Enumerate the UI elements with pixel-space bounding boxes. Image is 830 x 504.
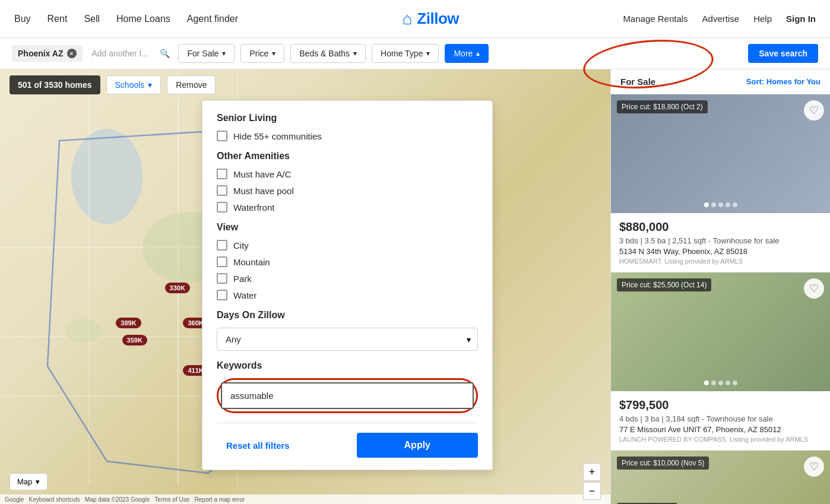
senior-living-section: Senior Living Hide 55+ communities bbox=[217, 113, 478, 141]
waterfront-checkbox[interactable] bbox=[217, 202, 227, 213]
days-on-zillow-title: Days On Zillow bbox=[217, 310, 478, 321]
listing-price: $799,500 bbox=[619, 398, 822, 412]
chevron-down-icon: ▾ bbox=[222, 49, 226, 58]
park-view-row[interactable]: Park bbox=[217, 273, 478, 284]
other-amenities-section: Other Amenities Must have A/C Must have … bbox=[217, 151, 478, 213]
nav-home-loans[interactable]: Home Loans bbox=[116, 14, 170, 24]
chevron-down-icon: ▾ bbox=[353, 49, 357, 58]
days-select[interactable]: Any 1 day 7 days 14 days 30 days 90 days… bbox=[217, 328, 478, 351]
waterfront-row[interactable]: Waterfront bbox=[217, 202, 478, 213]
logo-text: Zillow bbox=[417, 9, 459, 28]
logo[interactable]: ⌂ Zillow bbox=[402, 9, 459, 28]
apply-button[interactable]: Apply bbox=[357, 433, 478, 458]
water-view-label: Water bbox=[233, 290, 256, 300]
city-view-checkbox[interactable] bbox=[217, 240, 227, 251]
logo-icon: ⌂ bbox=[402, 9, 412, 28]
homes-count-badge: 501 of 3530 homes bbox=[9, 75, 100, 94]
must-have-pool-row[interactable]: Must have pool bbox=[217, 185, 478, 196]
save-listing-button[interactable]: ♡ bbox=[804, 278, 824, 299]
svg-point-0 bbox=[71, 129, 142, 224]
hide-55-checkbox[interactable] bbox=[217, 131, 227, 141]
listings-panel: For Sale Sort: Homes for You Price cut: … bbox=[610, 69, 830, 504]
water-view-checkbox[interactable] bbox=[217, 290, 227, 300]
dot bbox=[704, 202, 709, 207]
save-listing-button[interactable]: ♡ bbox=[804, 100, 824, 121]
nav-sell[interactable]: Sell bbox=[84, 14, 100, 24]
svg-point-8 bbox=[65, 319, 101, 343]
map-overlay-bar: 501 of 3530 homes Schools ▾ Remove bbox=[0, 69, 610, 100]
city-view-label: City bbox=[233, 240, 249, 251]
listing-source: LAUNCH POWERED BY COMPASS. Listing provi… bbox=[619, 436, 822, 443]
chevron-down-icon: ▾ bbox=[426, 49, 430, 58]
add-location-input[interactable]: Add another l... bbox=[88, 45, 152, 62]
zoom-out-button[interactable]: − bbox=[583, 482, 601, 500]
listings-header: For Sale Sort: Homes for You bbox=[611, 69, 830, 94]
keywords-section: Keywords bbox=[217, 360, 478, 413]
water-view-row[interactable]: Water bbox=[217, 290, 478, 300]
more-filter-dropdown: Senior Living Hide 55+ communities Other… bbox=[202, 100, 493, 470]
listing-price: $880,000 bbox=[619, 220, 822, 234]
search-icon[interactable]: 🔍 bbox=[157, 46, 172, 61]
must-have-pool-checkbox[interactable] bbox=[217, 185, 227, 196]
map-type-label: Map bbox=[17, 477, 32, 486]
keywords-highlight bbox=[217, 378, 478, 413]
park-view-checkbox[interactable] bbox=[217, 273, 227, 284]
beds-baths-filter[interactable]: Beds & Baths ▾ bbox=[290, 44, 366, 63]
sort-button[interactable]: Sort: Homes for You bbox=[746, 77, 821, 86]
listing-image: Price cut: $18,800 (Oct 2) ♡ bbox=[611, 94, 830, 213]
listing-address: 77 E Missouri Ave UNIT 67, Phoenix, AZ 8… bbox=[619, 425, 822, 434]
map-type-button[interactable]: Map ▾ bbox=[9, 473, 47, 490]
other-amenities-title: Other Amenities bbox=[217, 151, 478, 161]
days-on-zillow-section: Days On Zillow Any 1 day 7 days 14 days … bbox=[217, 310, 478, 351]
nav-rent[interactable]: Rent bbox=[47, 14, 68, 24]
listing-address: 5134 N 34th Way, Phoenix, AZ 85018 bbox=[619, 247, 822, 256]
must-have-pool-label: Must have pool bbox=[233, 186, 294, 196]
search-bar: Phoenix AZ × Add another l... 🔍 For Sale… bbox=[0, 38, 830, 69]
reset-filters-button[interactable]: Reset all filters bbox=[217, 435, 299, 457]
must-have-ac-row[interactable]: Must have A/C bbox=[217, 169, 478, 179]
dot bbox=[726, 381, 730, 385]
dot bbox=[711, 381, 716, 385]
must-have-ac-checkbox[interactable] bbox=[217, 169, 227, 179]
for-sale-filter[interactable]: For Sale ▾ bbox=[178, 44, 235, 63]
nav-sign-in[interactable]: Sign In bbox=[786, 14, 816, 24]
waterfront-label: Waterfront bbox=[233, 202, 274, 213]
listing-details: 3 bds | 3.5 ba | 2,511 sqft - Townhouse … bbox=[619, 236, 822, 245]
price-cut-badge: Price cut: $10,000 (Nov 5) bbox=[617, 457, 709, 470]
keywords-input[interactable] bbox=[221, 382, 474, 409]
schools-button[interactable]: Schools ▾ bbox=[106, 75, 161, 94]
remove-location-button[interactable]: × bbox=[67, 49, 77, 58]
remove-button[interactable]: Remove bbox=[167, 75, 216, 94]
nav-help[interactable]: Help bbox=[753, 14, 772, 24]
listing-card: Price cut: $25,500 (Oct 14) ♡ $799,500 4… bbox=[611, 272, 830, 451]
price-cut-badge: Price cut: $18,800 (Oct 2) bbox=[617, 100, 708, 113]
map-container[interactable]: 501 of 3530 homes Schools ▾ Remove 840K … bbox=[0, 69, 610, 504]
zoom-controls: + − bbox=[583, 463, 601, 500]
more-filter-button[interactable]: More ▴ bbox=[445, 44, 489, 63]
keywords-title: Keywords bbox=[217, 360, 478, 371]
city-view-row[interactable]: City bbox=[217, 240, 478, 251]
mountain-view-row[interactable]: Mountain bbox=[217, 256, 478, 267]
listings-title: For Sale bbox=[620, 77, 655, 87]
price-filter[interactable]: Price ▾ bbox=[240, 44, 284, 63]
nav-agent-finder[interactable]: Agent finder bbox=[187, 14, 238, 24]
mountain-view-label: Mountain bbox=[233, 257, 270, 267]
nav-manage-rentals[interactable]: Manage Rentals bbox=[623, 14, 688, 24]
location-text: Phoenix AZ bbox=[18, 49, 64, 58]
hide-55-checkbox-row[interactable]: Hide 55+ communities bbox=[217, 131, 478, 141]
listing-card: Price cut: $18,800 (Oct 2) ♡ $880,000 3 … bbox=[611, 94, 830, 272]
save-search-button[interactable]: Save search bbox=[748, 44, 818, 63]
nav-buy[interactable]: Buy bbox=[14, 14, 31, 24]
nav-right-links: Manage Rentals Advertise Help Sign In bbox=[623, 14, 816, 24]
nav-advertise[interactable]: Advertise bbox=[702, 14, 740, 24]
mountain-view-checkbox[interactable] bbox=[217, 256, 227, 267]
dot bbox=[733, 202, 737, 207]
zoom-in-button[interactable]: + bbox=[583, 463, 601, 481]
top-nav: Buy Rent Sell Home Loans Agent finder ⌂ … bbox=[0, 0, 830, 38]
save-listing-button[interactable]: ♡ bbox=[804, 457, 824, 477]
dot bbox=[718, 381, 723, 385]
listing-info: $880,000 3 bds | 3.5 ba | 2,511 sqft - T… bbox=[611, 213, 830, 272]
chevron-down-icon: ▾ bbox=[36, 477, 40, 486]
home-type-filter[interactable]: Home Type ▾ bbox=[372, 44, 439, 63]
chevron-down-icon: ▾ bbox=[148, 80, 152, 90]
